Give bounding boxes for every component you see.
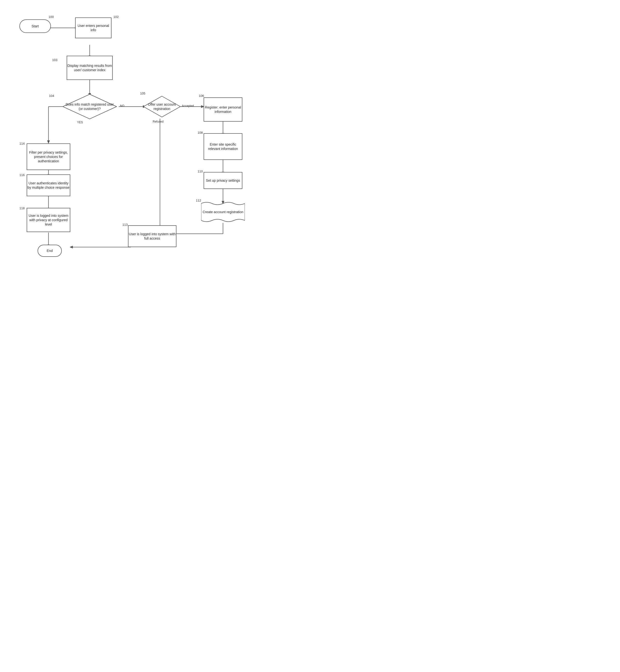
num-114: 114	[19, 142, 25, 145]
node-104: Does info match registered user (or cust…	[62, 93, 117, 120]
node-116: User authenticates identity by multiple …	[27, 174, 70, 196]
num-102: 102	[113, 15, 119, 19]
num-113: 113	[122, 223, 128, 226]
flowchart-diagram: Start 100 User enters personal info 102 …	[0, 0, 267, 339]
node-106: Register: enter personal information	[204, 97, 242, 122]
no-label: NO	[120, 104, 124, 108]
yes-label: YES	[77, 121, 83, 124]
num-103: 103	[52, 58, 57, 62]
num-start: 100	[48, 15, 54, 19]
refused-label: Refused	[153, 120, 164, 123]
num-110: 110	[198, 170, 203, 173]
start-node: Start	[19, 19, 51, 33]
node-110: Set up privacy settings	[204, 172, 242, 189]
node-105: Offer user account registration	[143, 95, 181, 118]
node-118: User is logged into system with privacy …	[27, 208, 70, 232]
num-105: 105	[140, 92, 145, 95]
num-104: 104	[49, 94, 54, 98]
svg-marker-8	[47, 141, 50, 144]
svg-marker-31	[70, 246, 73, 248]
node-113: User is logged into system with full acc…	[128, 225, 176, 247]
num-106: 106	[199, 94, 204, 98]
end-node: End	[38, 245, 62, 257]
num-118: 118	[19, 207, 25, 210]
node-102: User enters personal info	[75, 17, 111, 38]
num-112: 112	[196, 199, 201, 202]
node-114: Filter per privacy settings, present cho…	[27, 144, 70, 170]
node-108: Enter site specific relevant information	[204, 133, 242, 160]
accepted-label: Accepted	[182, 104, 194, 108]
num-116: 116	[19, 173, 25, 177]
node-112: Create account registration	[201, 201, 245, 223]
num-108: 108	[198, 131, 203, 134]
node-103: Display matching results from user/ cust…	[67, 56, 113, 80]
start-label: Start	[32, 24, 39, 29]
